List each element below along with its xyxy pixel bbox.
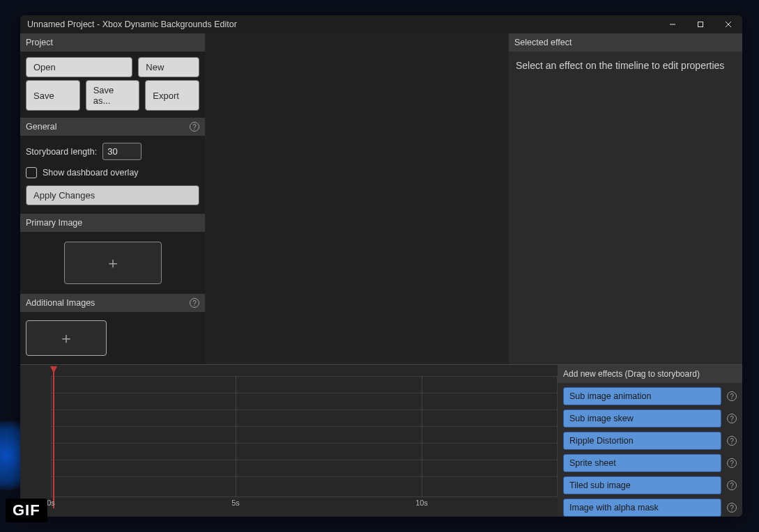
general-header-label: General xyxy=(26,122,56,132)
additional-images-header-label: Additional Images xyxy=(26,298,95,308)
timeline-track[interactable] xyxy=(52,393,557,410)
effect-row: Ripple Distortion ? xyxy=(563,432,737,450)
new-button[interactable]: New xyxy=(138,57,199,77)
timeline-ruler: 0s 5s 10s xyxy=(20,499,558,511)
maximize-icon xyxy=(697,21,704,28)
timeline-gridline xyxy=(422,376,422,497)
close-button[interactable] xyxy=(714,15,742,33)
general-help-icon[interactable]: ? xyxy=(190,122,199,132)
apply-changes-button[interactable]: Apply Changes xyxy=(26,185,199,205)
left-sidebar: Project Open New Save Save as... Export … xyxy=(20,33,205,364)
primary-image-slot[interactable]: ＋ xyxy=(64,242,162,284)
open-button[interactable]: Open xyxy=(26,57,132,77)
project-row-1: Open New xyxy=(20,52,205,80)
tick-label: 0s xyxy=(47,499,55,507)
titlebar: Unnamed Project - Xbox Dynamic Backgroun… xyxy=(20,15,742,33)
effects-panel: Add new effects (Drag to storyboard) Sub… xyxy=(558,365,742,517)
selected-effect-header: Selected effect xyxy=(509,33,742,52)
storyboard-length-row: Storyboard length: xyxy=(26,143,199,160)
effect-row: Sprite sheet ? xyxy=(563,454,737,472)
additional-images-header: Additional Images ? xyxy=(20,294,205,312)
effect-help-icon[interactable]: ? xyxy=(727,503,737,513)
save-as-button[interactable]: Save as... xyxy=(86,80,140,111)
timeline-track[interactable] xyxy=(52,444,557,460)
selected-effect-placeholder: Select an effect on the timeline to edit… xyxy=(509,52,742,79)
project-header: Project xyxy=(20,33,205,52)
timeline-track[interactable] xyxy=(52,410,557,427)
effect-row: Tiled sub image ? xyxy=(563,476,737,494)
content-area: Project Open New Save Save as... Export … xyxy=(20,33,742,517)
effect-row: Sub image skew ? xyxy=(563,409,737,428)
show-overlay-checkbox[interactable] xyxy=(26,167,37,178)
upper-pane: Project Open New Save Save as... Export … xyxy=(20,33,742,364)
timeline-gridline xyxy=(51,376,52,497)
timeline-track[interactable] xyxy=(52,427,557,444)
close-icon xyxy=(725,21,732,28)
storyboard-length-input[interactable] xyxy=(102,143,141,160)
effect-help-icon[interactable]: ? xyxy=(727,458,737,468)
effect-item-sub-image-animation[interactable]: Sub image animation xyxy=(563,387,721,405)
minimize-icon xyxy=(669,21,676,28)
effect-item-ripple-distortion[interactable]: Ripple Distortion xyxy=(563,432,721,450)
additional-image-slot[interactable]: ＋ xyxy=(26,320,107,356)
effect-help-icon[interactable]: ? xyxy=(727,436,737,446)
save-button[interactable]: Save xyxy=(26,80,80,111)
gif-badge: GIF xyxy=(6,499,47,522)
window-title: Unnamed Project - Xbox Dynamic Backgroun… xyxy=(27,19,237,29)
preview-pane xyxy=(205,33,509,364)
effect-help-icon[interactable]: ? xyxy=(727,391,737,401)
tick-label: 5s xyxy=(231,499,240,507)
app-window: Unnamed Project - Xbox Dynamic Backgroun… xyxy=(20,15,742,517)
timeline-playhead[interactable] xyxy=(53,366,54,508)
window-buttons xyxy=(659,15,742,33)
plus-icon: ＋ xyxy=(59,328,74,349)
export-button[interactable]: Export xyxy=(145,80,199,111)
primary-image-header: Primary Image xyxy=(20,214,205,232)
general-body: Storyboard length: Show dashboard overla… xyxy=(20,136,205,214)
effect-item-tiled-sub-image[interactable]: Tiled sub image xyxy=(563,476,721,494)
additional-images-help-icon[interactable]: ? xyxy=(190,298,199,308)
effect-item-sub-image-skew[interactable]: Sub image skew xyxy=(563,409,721,428)
effects-header: Add new effects (Drag to storyboard) xyxy=(558,365,742,383)
timeline[interactable]: 0s 5s 10s xyxy=(20,365,558,517)
timeline-gridline xyxy=(236,376,236,497)
effects-list: Sub image animation ? Sub image skew ? R… xyxy=(558,383,742,517)
svg-rect-1 xyxy=(698,22,703,27)
effect-help-icon[interactable]: ? xyxy=(727,480,737,490)
effect-row: Sub image animation ? xyxy=(563,387,737,405)
timeline-track[interactable] xyxy=(52,377,557,393)
show-overlay-row: Show dashboard overlay xyxy=(26,167,199,178)
general-header: General ? xyxy=(20,118,205,136)
effect-help-icon[interactable]: ? xyxy=(727,414,737,423)
maximize-button[interactable] xyxy=(687,15,714,33)
show-overlay-label: Show dashboard overlay xyxy=(43,168,139,178)
effect-item-sprite-sheet[interactable]: Sprite sheet xyxy=(563,454,721,472)
project-header-label: Project xyxy=(26,38,53,47)
plus-icon: ＋ xyxy=(105,253,121,274)
bottom-pane: 0s 5s 10s Add new effects (Drag to story… xyxy=(20,364,742,517)
timeline-track[interactable] xyxy=(52,460,557,477)
inspector-pane: Selected effect Select an effect on the … xyxy=(509,33,742,364)
storyboard-length-label: Storyboard length: xyxy=(26,147,97,157)
minimize-button[interactable] xyxy=(659,15,687,33)
primary-image-header-label: Primary Image xyxy=(26,218,82,228)
project-row-2: Save Save as... Export xyxy=(20,80,205,114)
effect-item-image-with-alpha-mask[interactable]: Image with alpha mask xyxy=(563,499,721,517)
tick-label: 10s xyxy=(415,499,428,507)
effect-row: Image with alpha mask ? xyxy=(563,499,737,517)
timeline-tracks[interactable] xyxy=(51,376,558,497)
